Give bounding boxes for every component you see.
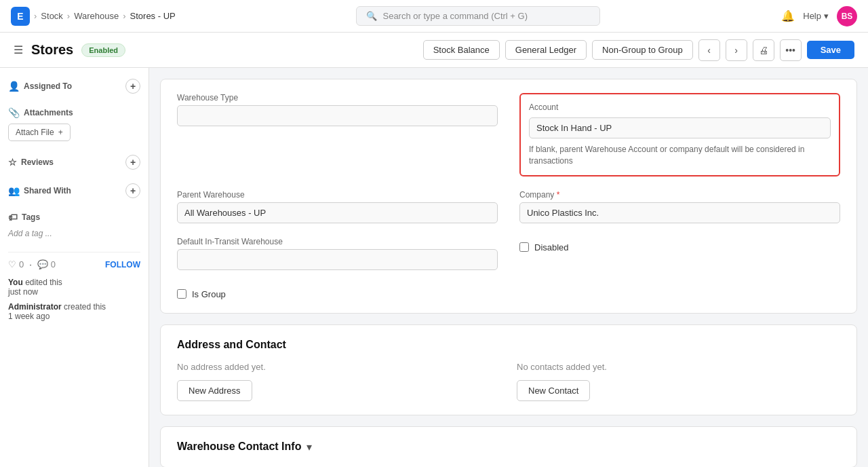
tags-section: 🏷 Tags Add a tag ... bbox=[8, 212, 140, 238]
tag-icon: 🏷 bbox=[8, 212, 18, 223]
page-header: ☰ Stores Enabled Stock Balance General L… bbox=[0, 33, 868, 68]
default-in-transit-label: Default In-Transit Warehouse bbox=[177, 237, 498, 246]
company-label: Company * bbox=[519, 190, 840, 200]
help-button[interactable]: Help ▾ bbox=[803, 11, 829, 21]
parent-warehouse-input[interactable] bbox=[177, 202, 498, 223]
assigned-to-label: Assigned To bbox=[24, 81, 72, 91]
disabled-checkbox[interactable] bbox=[519, 242, 529, 252]
warehouse-type-label: Warehouse Type bbox=[177, 93, 498, 102]
like-count: ♡ 0 bbox=[8, 259, 24, 269]
prev-button[interactable]: ‹ bbox=[698, 39, 720, 61]
activity-action-1: edited this bbox=[25, 278, 62, 287]
warehouse-contact-info-card: Warehouse Contact Info ▾ bbox=[160, 426, 857, 467]
activity-action-2: created this bbox=[64, 302, 106, 312]
is-group-checkbox-row: Is Group bbox=[177, 289, 498, 299]
account-box: Account Stock In Hand - UP If blank, par… bbox=[519, 93, 840, 176]
warehouse-type-field: Warehouse Type bbox=[177, 93, 498, 126]
disabled-label[interactable]: Disabled bbox=[534, 242, 569, 253]
warehouse-form-card: Warehouse Type Account Stock In Hand - U… bbox=[160, 79, 857, 314]
company-input[interactable] bbox=[519, 202, 840, 223]
breadcrumb-stock[interactable]: Stock bbox=[41, 11, 63, 21]
no-address-text: No address added yet. bbox=[177, 362, 500, 372]
app-icon[interactable]: E bbox=[11, 7, 30, 26]
follow-button[interactable]: FOLLOW bbox=[105, 260, 140, 269]
reviews-label: Reviews bbox=[21, 157, 54, 167]
tags-label: Tags bbox=[22, 212, 40, 222]
warehouse-contact-info-title: Warehouse Contact Info bbox=[177, 441, 301, 453]
topbar-right: 🔔 Help ▾ BS bbox=[781, 6, 857, 26]
person-icon: 👤 bbox=[8, 81, 20, 92]
sep1: › bbox=[34, 11, 37, 21]
attach-file-label: Attach File bbox=[16, 128, 54, 137]
general-ledger-button[interactable]: General Ledger bbox=[505, 40, 587, 60]
shared-with-header: 👥 Shared With + bbox=[8, 183, 140, 198]
non-group-to-group-button[interactable]: Non-Group to Group bbox=[592, 40, 693, 60]
tags-header: 🏷 Tags bbox=[8, 212, 140, 223]
sep2: › bbox=[67, 11, 70, 21]
sidebar-divider bbox=[8, 252, 140, 253]
avatar[interactable]: BS bbox=[837, 6, 857, 26]
search-placeholder: Search or type a command (Ctrl + G) bbox=[382, 11, 528, 21]
is-group-label[interactable]: Is Group bbox=[192, 289, 226, 299]
activity-item-1: You edited this just now bbox=[8, 278, 140, 297]
search-container: 🔍 Search or type a command (Ctrl + G) bbox=[176, 6, 782, 26]
activity-user-1: You bbox=[8, 278, 23, 287]
search-icon: 🔍 bbox=[366, 11, 377, 21]
help-chevron-icon: ▾ bbox=[824, 11, 829, 21]
page-title: Stores bbox=[31, 42, 73, 58]
sep3: › bbox=[123, 11, 125, 21]
stock-balance-button[interactable]: Stock Balance bbox=[423, 40, 500, 60]
assigned-to-add-button[interactable]: + bbox=[125, 79, 140, 94]
new-contact-button[interactable]: New Contact bbox=[517, 380, 590, 401]
hamburger-icon[interactable]: ☰ bbox=[14, 43, 23, 56]
shared-with-add-button[interactable]: + bbox=[125, 183, 140, 198]
attachments-label: Attachments bbox=[24, 108, 73, 117]
breadcrumb-current: Stores - UP bbox=[130, 11, 176, 21]
account-value: Stock In Hand - UP bbox=[529, 117, 831, 138]
comment-icon: 💬 bbox=[37, 259, 48, 269]
parent-warehouse-field: Parent Warehouse bbox=[177, 190, 498, 223]
attachments-section: 📎 Attachments Attach File + bbox=[8, 107, 140, 141]
notification-bell-icon[interactable]: 🔔 bbox=[781, 10, 795, 22]
new-address-button[interactable]: New Address bbox=[177, 380, 252, 401]
attachments-header: 📎 Attachments bbox=[8, 107, 140, 118]
main-content: Warehouse Type Account Stock In Hand - U… bbox=[149, 68, 868, 467]
paperclip-icon: 📎 bbox=[8, 107, 20, 118]
more-options-button[interactable]: ••• bbox=[780, 39, 802, 61]
assigned-to-header: 👤 Assigned To + bbox=[8, 79, 140, 94]
status-badge: Enabled bbox=[81, 43, 125, 57]
contact-col: No contacts added yet. New Contact bbox=[517, 362, 840, 401]
account-hint: If blank, parent Warehouse Account or co… bbox=[529, 144, 831, 167]
search-bar[interactable]: 🔍 Search or type a command (Ctrl + G) bbox=[356, 6, 600, 26]
breadcrumb-warehouse[interactable]: Warehouse bbox=[74, 11, 119, 21]
default-in-transit-field: Default In-Transit Warehouse bbox=[177, 237, 498, 270]
next-button[interactable]: › bbox=[726, 39, 747, 61]
is-group-checkbox[interactable] bbox=[177, 289, 186, 299]
help-label: Help bbox=[803, 11, 821, 21]
address-contact-title: Address and Contact bbox=[177, 339, 840, 351]
attach-file-button[interactable]: Attach File + bbox=[8, 124, 71, 141]
reviews-header: ☆ Reviews + bbox=[8, 155, 140, 170]
reviews-add-button[interactable]: + bbox=[125, 155, 140, 170]
star-icon: ☆ bbox=[8, 157, 17, 168]
account-label: Account bbox=[529, 102, 831, 112]
warehouse-contact-info-header[interactable]: Warehouse Contact Info ▾ bbox=[177, 441, 840, 453]
company-field: Company * bbox=[519, 190, 840, 223]
page-header-right: Stock Balance General Ledger Non-Group t… bbox=[423, 39, 854, 61]
collapse-arrow-icon: ▾ bbox=[307, 441, 312, 453]
address-contact-card: Address and Contact No address added yet… bbox=[160, 324, 857, 415]
company-required-marker: * bbox=[557, 190, 560, 200]
print-button[interactable]: 🖨 bbox=[753, 39, 774, 61]
shared-icon: 👥 bbox=[8, 185, 20, 196]
warehouse-type-input[interactable] bbox=[177, 105, 498, 126]
shared-with-section: 👥 Shared With + bbox=[8, 183, 140, 198]
attach-plus-icon: + bbox=[58, 128, 63, 137]
default-in-transit-input[interactable] bbox=[177, 249, 498, 270]
activity-time-2: 1 week ago bbox=[8, 312, 50, 321]
add-tag-placeholder[interactable]: Add a tag ... bbox=[8, 229, 52, 238]
disabled-field: Disabled bbox=[519, 237, 840, 253]
save-button[interactable]: Save bbox=[807, 41, 854, 59]
reviews-section: ☆ Reviews + bbox=[8, 155, 140, 170]
comment-number: 0 bbox=[51, 259, 56, 269]
like-number: 0 bbox=[19, 259, 24, 269]
